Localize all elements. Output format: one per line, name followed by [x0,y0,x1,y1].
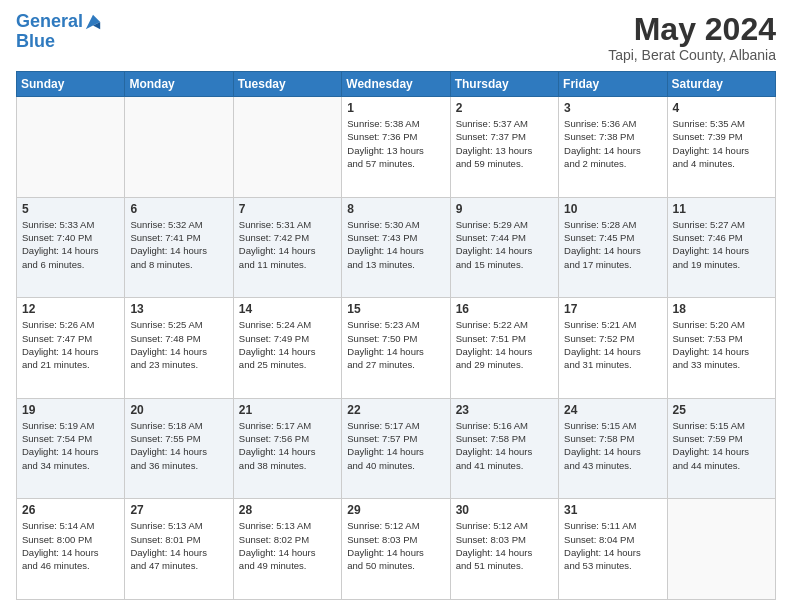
calendar-cell: 12Sunrise: 5:26 AMSunset: 7:47 PMDayligh… [17,298,125,399]
day-info: Sunrise: 5:25 AMSunset: 7:48 PMDaylight:… [130,318,227,371]
day-info: Sunrise: 5:38 AMSunset: 7:36 PMDaylight:… [347,117,444,170]
calendar-header-friday: Friday [559,72,667,97]
day-info: Sunrise: 5:23 AMSunset: 7:50 PMDaylight:… [347,318,444,371]
calendar-cell: 20Sunrise: 5:18 AMSunset: 7:55 PMDayligh… [125,398,233,499]
logo-text: General [16,12,83,32]
subtitle: Tapi, Berat County, Albania [608,47,776,63]
day-info: Sunrise: 5:13 AMSunset: 8:02 PMDaylight:… [239,519,336,572]
day-number: 5 [22,202,119,216]
day-number: 12 [22,302,119,316]
day-info: Sunrise: 5:29 AMSunset: 7:44 PMDaylight:… [456,218,553,271]
day-info: Sunrise: 5:27 AMSunset: 7:46 PMDaylight:… [673,218,770,271]
calendar-cell: 29Sunrise: 5:12 AMSunset: 8:03 PMDayligh… [342,499,450,600]
day-number: 2 [456,101,553,115]
page: General Blue May 2024 Tapi, Berat County… [0,0,792,612]
calendar-cell: 18Sunrise: 5:20 AMSunset: 7:53 PMDayligh… [667,298,775,399]
calendar-cell [17,97,125,198]
day-number: 28 [239,503,336,517]
day-info: Sunrise: 5:12 AMSunset: 8:03 PMDaylight:… [347,519,444,572]
day-number: 1 [347,101,444,115]
day-number: 25 [673,403,770,417]
logo-icon [84,13,102,31]
main-title: May 2024 [608,12,776,47]
day-info: Sunrise: 5:24 AMSunset: 7:49 PMDaylight:… [239,318,336,371]
day-info: Sunrise: 5:21 AMSunset: 7:52 PMDaylight:… [564,318,661,371]
day-number: 8 [347,202,444,216]
calendar-header-monday: Monday [125,72,233,97]
calendar-cell: 15Sunrise: 5:23 AMSunset: 7:50 PMDayligh… [342,298,450,399]
calendar-cell: 14Sunrise: 5:24 AMSunset: 7:49 PMDayligh… [233,298,341,399]
calendar-cell: 3Sunrise: 5:36 AMSunset: 7:38 PMDaylight… [559,97,667,198]
day-info: Sunrise: 5:26 AMSunset: 7:47 PMDaylight:… [22,318,119,371]
calendar-cell: 4Sunrise: 5:35 AMSunset: 7:39 PMDaylight… [667,97,775,198]
calendar-week-row: 5Sunrise: 5:33 AMSunset: 7:40 PMDaylight… [17,197,776,298]
header: General Blue May 2024 Tapi, Berat County… [16,12,776,63]
day-number: 20 [130,403,227,417]
calendar-cell [233,97,341,198]
day-number: 6 [130,202,227,216]
day-number: 17 [564,302,661,316]
day-info: Sunrise: 5:16 AMSunset: 7:58 PMDaylight:… [456,419,553,472]
calendar-week-row: 26Sunrise: 5:14 AMSunset: 8:00 PMDayligh… [17,499,776,600]
day-info: Sunrise: 5:28 AMSunset: 7:45 PMDaylight:… [564,218,661,271]
day-number: 13 [130,302,227,316]
calendar-cell: 10Sunrise: 5:28 AMSunset: 7:45 PMDayligh… [559,197,667,298]
day-number: 30 [456,503,553,517]
calendar-header-saturday: Saturday [667,72,775,97]
day-info: Sunrise: 5:30 AMSunset: 7:43 PMDaylight:… [347,218,444,271]
calendar-cell: 22Sunrise: 5:17 AMSunset: 7:57 PMDayligh… [342,398,450,499]
calendar-week-row: 1Sunrise: 5:38 AMSunset: 7:36 PMDaylight… [17,97,776,198]
calendar-cell: 25Sunrise: 5:15 AMSunset: 7:59 PMDayligh… [667,398,775,499]
day-number: 24 [564,403,661,417]
calendar-cell: 24Sunrise: 5:15 AMSunset: 7:58 PMDayligh… [559,398,667,499]
day-info: Sunrise: 5:17 AMSunset: 7:57 PMDaylight:… [347,419,444,472]
day-number: 21 [239,403,336,417]
calendar-cell: 13Sunrise: 5:25 AMSunset: 7:48 PMDayligh… [125,298,233,399]
calendar-cell: 8Sunrise: 5:30 AMSunset: 7:43 PMDaylight… [342,197,450,298]
calendar-header-sunday: Sunday [17,72,125,97]
day-info: Sunrise: 5:35 AMSunset: 7:39 PMDaylight:… [673,117,770,170]
title-block: May 2024 Tapi, Berat County, Albania [608,12,776,63]
calendar-cell: 16Sunrise: 5:22 AMSunset: 7:51 PMDayligh… [450,298,558,399]
day-info: Sunrise: 5:22 AMSunset: 7:51 PMDaylight:… [456,318,553,371]
calendar-cell: 31Sunrise: 5:11 AMSunset: 8:04 PMDayligh… [559,499,667,600]
day-number: 4 [673,101,770,115]
day-info: Sunrise: 5:20 AMSunset: 7:53 PMDaylight:… [673,318,770,371]
day-number: 11 [673,202,770,216]
day-info: Sunrise: 5:33 AMSunset: 7:40 PMDaylight:… [22,218,119,271]
calendar-cell: 30Sunrise: 5:12 AMSunset: 8:03 PMDayligh… [450,499,558,600]
calendar-cell: 27Sunrise: 5:13 AMSunset: 8:01 PMDayligh… [125,499,233,600]
day-info: Sunrise: 5:19 AMSunset: 7:54 PMDaylight:… [22,419,119,472]
calendar-cell: 2Sunrise: 5:37 AMSunset: 7:37 PMDaylight… [450,97,558,198]
day-number: 27 [130,503,227,517]
day-number: 23 [456,403,553,417]
calendar-header-thursday: Thursday [450,72,558,97]
day-number: 29 [347,503,444,517]
calendar-cell: 19Sunrise: 5:19 AMSunset: 7:54 PMDayligh… [17,398,125,499]
calendar-cell: 6Sunrise: 5:32 AMSunset: 7:41 PMDaylight… [125,197,233,298]
day-info: Sunrise: 5:18 AMSunset: 7:55 PMDaylight:… [130,419,227,472]
day-info: Sunrise: 5:15 AMSunset: 7:59 PMDaylight:… [673,419,770,472]
day-number: 22 [347,403,444,417]
day-number: 18 [673,302,770,316]
calendar-cell [125,97,233,198]
day-number: 16 [456,302,553,316]
calendar-cell: 17Sunrise: 5:21 AMSunset: 7:52 PMDayligh… [559,298,667,399]
calendar-cell: 21Sunrise: 5:17 AMSunset: 7:56 PMDayligh… [233,398,341,499]
day-info: Sunrise: 5:37 AMSunset: 7:37 PMDaylight:… [456,117,553,170]
day-number: 10 [564,202,661,216]
calendar-header-row: SundayMondayTuesdayWednesdayThursdayFrid… [17,72,776,97]
calendar-cell: 26Sunrise: 5:14 AMSunset: 8:00 PMDayligh… [17,499,125,600]
calendar-cell [667,499,775,600]
logo: General Blue [16,12,102,52]
day-info: Sunrise: 5:14 AMSunset: 8:00 PMDaylight:… [22,519,119,572]
day-info: Sunrise: 5:36 AMSunset: 7:38 PMDaylight:… [564,117,661,170]
calendar-cell: 1Sunrise: 5:38 AMSunset: 7:36 PMDaylight… [342,97,450,198]
day-info: Sunrise: 5:32 AMSunset: 7:41 PMDaylight:… [130,218,227,271]
day-number: 14 [239,302,336,316]
calendar-week-row: 19Sunrise: 5:19 AMSunset: 7:54 PMDayligh… [17,398,776,499]
logo-text-blue: Blue [16,32,102,52]
day-number: 9 [456,202,553,216]
day-info: Sunrise: 5:17 AMSunset: 7:56 PMDaylight:… [239,419,336,472]
day-info: Sunrise: 5:15 AMSunset: 7:58 PMDaylight:… [564,419,661,472]
